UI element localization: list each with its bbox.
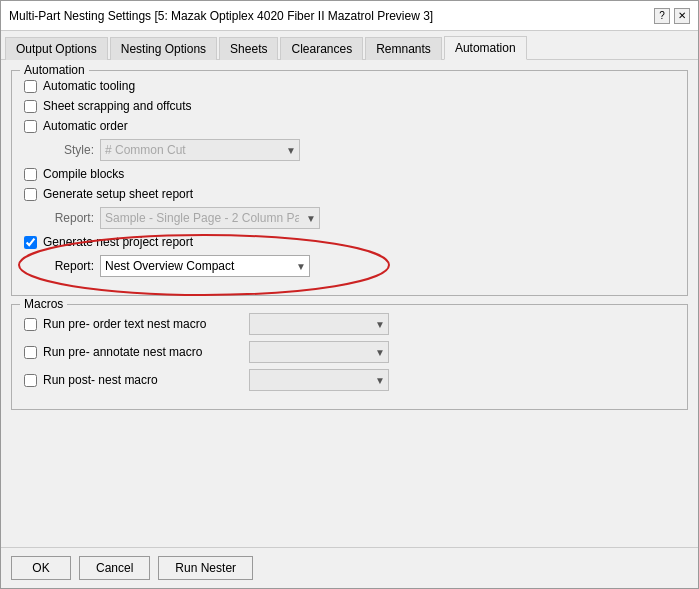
gen-nest-report-row: Generate nest project report xyxy=(24,235,675,249)
tab-remnants[interactable]: Remnants xyxy=(365,37,442,60)
gen-setup-sheet-checkbox[interactable] xyxy=(24,188,37,201)
gen-nest-report-checkbox[interactable] xyxy=(24,236,37,249)
main-window: Multi-Part Nesting Settings [5: Mazak Op… xyxy=(0,0,699,589)
tab-nesting-options[interactable]: Nesting Options xyxy=(110,37,217,60)
automatic-tooling-label: Automatic tooling xyxy=(43,79,135,93)
ok-button[interactable]: OK xyxy=(11,556,71,580)
post-nest-macro-dropdown-wrapper: ▼ xyxy=(249,369,389,391)
post-nest-macro-row: Run post- nest macro ▼ xyxy=(24,369,675,391)
pre-annotate-macro-dropdown-wrapper: ▼ xyxy=(249,341,389,363)
compile-blocks-checkbox[interactable] xyxy=(24,168,37,181)
tab-clearances[interactable]: Clearances xyxy=(280,37,363,60)
pre-annotate-macro-checkbox[interactable] xyxy=(24,346,37,359)
pre-order-macro-row: Run pre- order text nest macro ▼ xyxy=(24,313,675,335)
tab-output-options[interactable]: Output Options xyxy=(5,37,108,60)
auto-order-row: Automatic order xyxy=(24,119,675,133)
help-button[interactable]: ? xyxy=(654,8,670,24)
compile-blocks-row: Compile blocks xyxy=(24,167,675,181)
macros-group: Macros Run pre- order text nest macro ▼ … xyxy=(11,304,688,410)
macros-group-label: Macros xyxy=(20,297,67,311)
automatic-tooling-row: Automatic tooling xyxy=(24,79,675,93)
post-nest-macro-checkbox[interactable] xyxy=(24,374,37,387)
nest-report-dropdown-wrapper: Nest Overview Compact ▼ xyxy=(100,255,310,277)
compile-blocks-label: Compile blocks xyxy=(43,167,124,181)
automatic-tooling-checkbox[interactable] xyxy=(24,80,37,93)
title-bar: Multi-Part Nesting Settings [5: Mazak Op… xyxy=(1,1,698,31)
nest-report-section: Generate nest project report Report: Nes… xyxy=(24,235,675,277)
footer: OK Cancel Run Nester xyxy=(1,547,698,588)
style-label: Style: xyxy=(44,143,94,157)
auto-order-label: Automatic order xyxy=(43,119,128,133)
nest-report-row: Report: Nest Overview Compact ▼ xyxy=(44,255,675,277)
tabs-bar: Output Options Nesting Options Sheets Cl… xyxy=(1,31,698,60)
auto-order-checkbox[interactable] xyxy=(24,120,37,133)
pre-order-macro-label: Run pre- order text nest macro xyxy=(43,317,243,331)
setup-report-select[interactable]: Sample - Single Page - 2 Column Parts xyxy=(100,207,320,229)
window-title: Multi-Part Nesting Settings [5: Mazak Op… xyxy=(9,9,433,23)
cancel-button[interactable]: Cancel xyxy=(79,556,150,580)
pre-annotate-macro-label: Run pre- annotate nest macro xyxy=(43,345,243,359)
tab-automation[interactable]: Automation xyxy=(444,36,527,60)
gen-setup-sheet-label: Generate setup sheet report xyxy=(43,187,193,201)
pre-annotate-macro-row: Run pre- annotate nest macro ▼ xyxy=(24,341,675,363)
pre-order-macro-select[interactable] xyxy=(249,313,389,335)
nest-report-label: Report: xyxy=(44,259,94,273)
style-row: Style: # Common Cut ▼ xyxy=(44,139,675,161)
pre-annotate-macro-select[interactable] xyxy=(249,341,389,363)
style-dropdown-wrapper: # Common Cut ▼ xyxy=(100,139,300,161)
post-nest-macro-select[interactable] xyxy=(249,369,389,391)
style-select[interactable]: # Common Cut xyxy=(100,139,300,161)
content-area: Automation Automatic tooling Sheet scrap… xyxy=(1,60,698,547)
setup-report-row: Report: Sample - Single Page - 2 Column … xyxy=(44,207,675,229)
gen-setup-sheet-row: Generate setup sheet report xyxy=(24,187,675,201)
gen-nest-report-label: Generate nest project report xyxy=(43,235,193,249)
post-nest-macro-label: Run post- nest macro xyxy=(43,373,243,387)
sheet-scrapping-row: Sheet scrapping and offcuts xyxy=(24,99,675,113)
setup-report-dropdown-wrapper: Sample - Single Page - 2 Column Parts ▼ xyxy=(100,207,320,229)
setup-report-label: Report: xyxy=(44,211,94,225)
sheet-scrapping-checkbox[interactable] xyxy=(24,100,37,113)
title-buttons: ? ✕ xyxy=(654,8,690,24)
automation-group: Automation Automatic tooling Sheet scrap… xyxy=(11,70,688,296)
sheet-scrapping-label: Sheet scrapping and offcuts xyxy=(43,99,192,113)
pre-order-macro-checkbox[interactable] xyxy=(24,318,37,331)
pre-order-macro-dropdown-wrapper: ▼ xyxy=(249,313,389,335)
automation-group-label: Automation xyxy=(20,63,89,77)
close-button[interactable]: ✕ xyxy=(674,8,690,24)
nest-report-select[interactable]: Nest Overview Compact xyxy=(100,255,310,277)
tab-sheets[interactable]: Sheets xyxy=(219,37,278,60)
run-nester-button[interactable]: Run Nester xyxy=(158,556,253,580)
